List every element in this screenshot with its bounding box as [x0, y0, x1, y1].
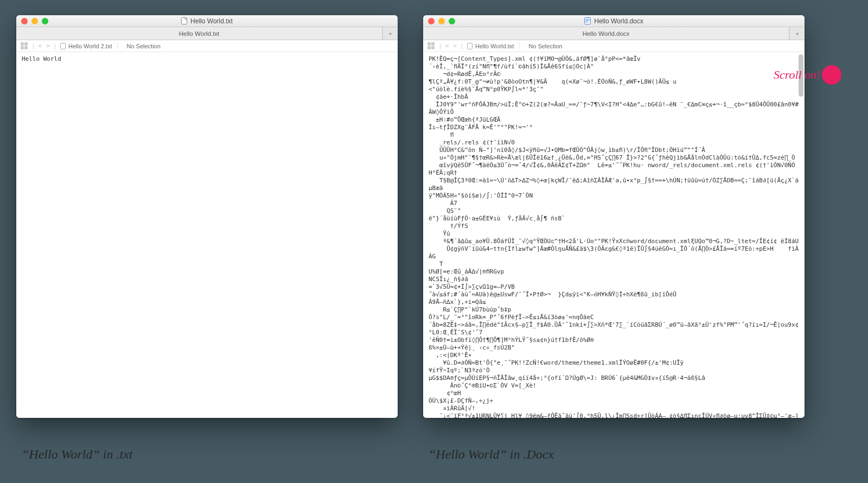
tab-bar: Hello World.docx + — [423, 27, 805, 40]
zoom-button[interactable] — [449, 18, 455, 24]
titlebar[interactable]: Hello World.txt — [16, 15, 398, 27]
titlebar[interactable]: Hello World.docx — [423, 15, 805, 27]
tab-bar: Hello World.txt + — [16, 27, 398, 40]
minimize-button[interactable] — [438, 18, 445, 24]
divider: | — [54, 43, 56, 49]
breadcrumb-selection: No Selection — [126, 43, 160, 49]
editor-content[interactable]: Hello World — [16, 52, 398, 418]
view-grid-icon[interactable] — [427, 42, 435, 50]
scrollbar-thumb[interactable] — [799, 54, 803, 97]
scroll-annotation-dot — [822, 65, 841, 85]
editor-content[interactable]: PK!ÊQ=ç¬[Content_Types].xml ¢(†¥ïMO¬@ÙÒ&… — [423, 52, 805, 418]
chevron-right-icon: 〉 — [516, 42, 526, 50]
file-text: Hello World — [16, 52, 398, 66]
traffic-lights — [423, 18, 455, 24]
plus-icon: + — [795, 30, 799, 37]
file-icon — [467, 43, 473, 49]
tab-label: Hello World.docx — [583, 30, 630, 37]
caption-right: “Hello World” in .Docx — [429, 447, 554, 462]
view-grid-icon[interactable] — [21, 42, 28, 50]
zoom-button[interactable] — [42, 18, 48, 24]
window-title: Hello World.docx — [423, 17, 805, 25]
window-docx: Hello World.docx Hello World.docx + | < … — [423, 15, 805, 418]
chevron-right-icon: 〉 — [114, 42, 124, 50]
tab[interactable]: Hello World.docx — [423, 27, 789, 40]
breadcrumb-selection: No Selection — [528, 43, 562, 49]
breadcrumb[interactable]: Hello World.txt 〉 No Selection — [467, 42, 563, 50]
nav-forward-icon[interactable]: > — [46, 42, 50, 49]
window-txt: Hello World.txt Hello World.txt + | < > … — [16, 15, 398, 418]
window-title: Hello World.txt — [16, 17, 398, 25]
nav-forward-icon[interactable]: > — [453, 42, 457, 49]
breadcrumb-file: Hello World.txt — [475, 43, 514, 49]
docx-icon — [584, 17, 591, 24]
file-icon — [181, 17, 187, 24]
svg-rect-2 — [585, 18, 591, 24]
tab-label: Hello World.txt — [179, 30, 220, 37]
plus-icon: + — [388, 30, 392, 37]
new-tab-button[interactable]: + — [382, 27, 398, 40]
svg-rect-1 — [60, 43, 65, 49]
close-button[interactable] — [21, 18, 28, 24]
svg-rect-0 — [182, 18, 187, 24]
svg-rect-6 — [467, 43, 472, 49]
new-tab-button[interactable]: + — [789, 27, 805, 40]
window-title-text: Hello World.txt — [190, 17, 233, 25]
breadcrumb[interactable]: Hello World 2.txt 〉 No Selection — [60, 42, 161, 50]
file-icon — [60, 43, 66, 49]
nav-bar: | < > | Hello World.txt 〉 No Selection — [423, 40, 805, 52]
divider: | — [33, 43, 34, 49]
svg-rect-4 — [585, 21, 590, 21]
window-title-text: Hello World.docx — [594, 17, 643, 25]
divider: | — [461, 43, 463, 49]
divider: | — [439, 43, 441, 49]
caption-left: “Hello World” in .txt — [22, 447, 132, 462]
nav-bar: | < > | Hello World 2.txt 〉 No Selection — [16, 40, 398, 52]
svg-rect-5 — [585, 22, 588, 22]
tab[interactable]: Hello World.txt — [16, 27, 382, 40]
minimize-button[interactable] — [31, 18, 38, 24]
breadcrumb-file: Hello World 2.txt — [68, 43, 112, 49]
nav-back-icon[interactable]: < — [445, 42, 449, 49]
close-button[interactable] — [428, 18, 435, 24]
file-text: PK!ÊQ=ç¬[Content_Types].xml ¢(†¥ïMO¬@ÙÒ&… — [423, 52, 805, 418]
traffic-lights — [16, 18, 48, 24]
nav-back-icon[interactable]: < — [39, 42, 42, 49]
svg-rect-3 — [585, 19, 590, 20]
